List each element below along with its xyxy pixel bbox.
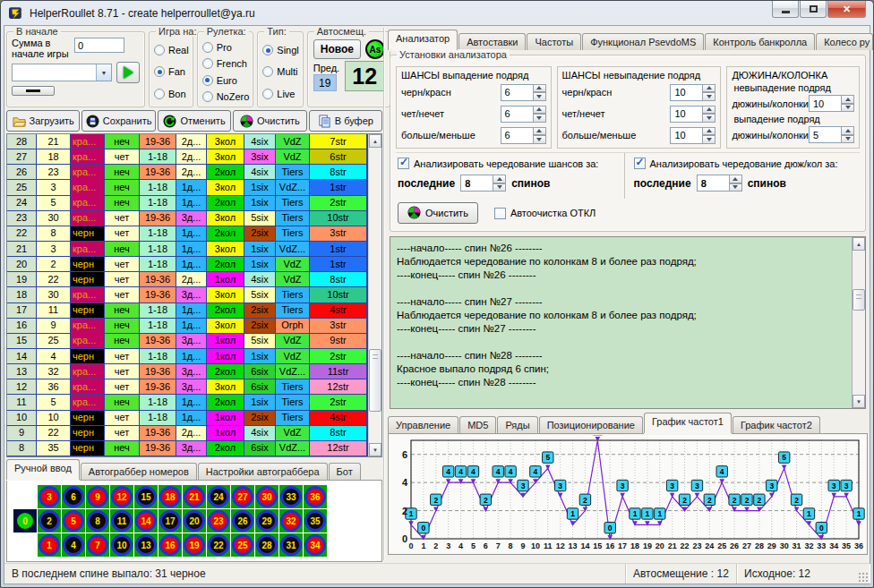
num-8[interactable]: 8 [86,509,109,533]
scroll-down-icon[interactable]: ▼ [853,395,865,408]
num-30[interactable]: 30 [255,485,278,508]
table-row[interactable]: 202чернчет1-181д...2кол1sixVdZ1str [7,257,367,272]
num-15[interactable]: 15 [134,485,158,508]
num-28[interactable]: 28 [255,533,278,557]
spinner-up-button[interactable] [702,106,715,115]
spinner-down-button[interactable] [729,183,742,192]
toolbar-floppy-button[interactable]: Сохранить [81,110,155,132]
spinner-down-button[interactable] [493,183,506,192]
spinner-value[interactable]: 8 [697,175,729,192]
spinner-up-button[interactable] [533,127,546,136]
num-33[interactable]: 33 [279,485,303,508]
play-button[interactable] [116,62,140,83]
num-13[interactable]: 13 [134,533,158,557]
table-row[interactable]: 2623кра...неч19-362д...2кол4sixTiers8str [7,165,367,180]
tab-bottom-0[interactable]: Управление [388,416,458,433]
spinner-up-button[interactable] [729,175,742,183]
spinner-down-button[interactable] [702,135,715,144]
spinner-down-button[interactable] [841,135,854,144]
scroll-down-icon[interactable]: ▼ [369,443,381,456]
radio-game-2[interactable]: Bon [154,89,189,99]
spinner-down-button[interactable] [533,135,546,144]
num-9[interactable]: 9 [86,485,109,508]
spinner-value[interactable]: 10 [809,95,841,112]
radio-roulette-1[interactable]: French [202,58,250,69]
spinner-up-button[interactable] [841,126,854,135]
spinner-value[interactable]: 8 [460,175,493,192]
spinner-down-button[interactable] [702,92,715,101]
radio-type-0[interactable]: Singl [262,45,298,55]
num-12[interactable]: 12 [110,485,133,508]
tab-analyzer-0[interactable]: Анализатор [388,30,458,50]
scroll-thumb[interactable] [853,289,865,311]
num-34[interactable]: 34 [304,533,327,557]
tab-analyzer-1[interactable]: Автоставки [458,33,526,50]
spinner-value[interactable]: 10 [670,106,702,123]
spinner-down-button[interactable] [841,104,854,113]
title-bar[interactable]: HelperRoullet 8.71 - create helperroulle… [1,1,873,25]
radio-roulette-3[interactable]: NoZero [202,91,250,102]
num-27[interactable]: 27 [231,485,254,508]
table-row[interactable]: 228чернчет1-181д...2кол2sixTiers3str [7,226,367,242]
num-14[interactable]: 14 [134,509,158,533]
table-row[interactable]: 144чернчет1-181д...1кол1sixVdZ2str [7,349,367,364]
table-row[interactable]: 1010чернчет1-181д...1кол2sixTiers4str [7,411,367,426]
num-3[interactable]: 3 [38,485,61,508]
close-button[interactable]: ✕ [827,1,866,18]
num-26[interactable]: 26 [231,509,254,533]
toolbar-folder-open-button[interactable]: Загрузить [6,110,80,132]
tab-analyzer-3[interactable]: Функционал PsevdoMS [582,33,704,50]
num-20[interactable]: 20 [183,509,206,533]
num-32[interactable]: 32 [279,509,303,533]
table-row[interactable]: 2330кра...чет19-363д...3кол5sixTiers10st… [7,211,367,226]
scroll-thumb[interactable] [369,349,381,412]
spinner-down-button[interactable] [533,92,546,101]
spinner-value[interactable]: 6 [501,84,533,101]
toolbar-clear-button[interactable]: Очистить [233,110,306,132]
tab-bottom-5[interactable]: График частот2 [733,416,820,433]
tab-bottom-4[interactable]: График частот1 [644,413,732,433]
table-row[interactable]: 245кра...неч1-181д...2кол1sixTiers2str [7,196,367,211]
radio-game-0[interactable]: Real [154,45,189,55]
tab-input-3[interactable]: Бот [329,463,361,480]
radio-roulette-2[interactable]: Euro [202,75,250,86]
num-23[interactable]: 23 [207,509,230,533]
new-button[interactable]: Новое [313,39,361,59]
table-row[interactable]: 1922чернчет19-362д...1кол4sixVdZ8str [7,272,367,287]
num-1[interactable]: 1 [38,533,61,557]
table-row[interactable]: 922чернчет19-362д...1кол4sixVdZ8str [7,426,367,441]
minimize-button[interactable] [772,1,799,18]
table-row[interactable]: 1236кра...чет19-363д...3кол6sixTiers12st… [7,379,367,395]
num-0[interactable]: 0 [13,509,37,533]
num-18[interactable]: 18 [159,485,182,508]
num-29[interactable]: 29 [255,509,278,533]
num-5[interactable]: 5 [62,509,85,533]
tab-analyzer-2[interactable]: Частоты [527,33,581,50]
num-25[interactable]: 25 [231,533,254,557]
spinner-up-button[interactable] [702,84,715,93]
spinner-value[interactable]: 6 [501,106,533,123]
table-row[interactable]: 1711черннеч1-181д...2кол2sixTiers4str [7,303,367,319]
spinner-value[interactable]: 5 [809,126,841,143]
table-row[interactable]: 1525кра...неч19-363д...1кол5sixVdZ9str [7,334,367,349]
num-7[interactable]: 7 [86,533,109,557]
tab-input-0[interactable]: Ручной ввод [6,459,80,480]
dash-button[interactable] [12,86,55,96]
num-10[interactable]: 10 [110,533,133,557]
spinner-up-button[interactable] [493,175,506,183]
tab-analyzer-5[interactable]: Колесо ру [816,33,873,50]
analyze-dozens-checkbox[interactable] [634,158,646,169]
table-row[interactable]: 213кра...неч1-181д...3кол1sixVdZ...1str [7,242,367,257]
num-11[interactable]: 11 [110,509,133,533]
num-22[interactable]: 22 [207,533,230,557]
table-row[interactable]: 1332кра...чет19-363д...2кол6sixVdZ...11s… [7,364,367,379]
table-row[interactable]: 1830кра...чет19-363д...3кол5sixTiers10st… [7,287,367,303]
table-row[interactable]: 115кра...неч1-181д...2кол1sixTiers2str [7,395,367,410]
num-31[interactable]: 31 [279,533,303,557]
toolbar-undo-button[interactable]: Отменить [158,110,231,132]
scroll-up-icon[interactable]: ▲ [853,237,865,251]
tab-bottom-2[interactable]: Ряды [497,416,537,433]
spinner-down-button[interactable] [702,114,715,123]
num-35[interactable]: 35 [304,509,327,533]
tab-analyzer-4[interactable]: Контроль банкролла [705,33,815,50]
